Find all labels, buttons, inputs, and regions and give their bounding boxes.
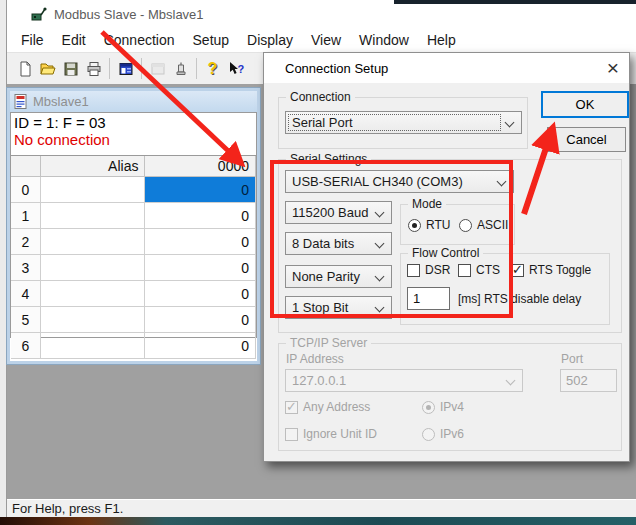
- alias-cell[interactable]: [41, 281, 146, 307]
- row-header[interactable]: 5: [11, 307, 41, 333]
- table-row: 6 0: [11, 333, 256, 359]
- document-icon: [14, 94, 28, 109]
- alias-cell[interactable]: [41, 333, 146, 359]
- app-icon: [31, 6, 47, 22]
- open-icon[interactable]: [36, 57, 59, 80]
- menu-help[interactable]: Help: [418, 30, 465, 50]
- value-cell[interactable]: 0: [145, 307, 256, 333]
- flow-control-label: Flow Control: [408, 246, 483, 260]
- dialog-title-bar: Connection Setup ×: [264, 53, 629, 83]
- status-text: For Help, press F1.: [12, 501, 123, 516]
- row-header[interactable]: 2: [11, 229, 41, 255]
- baud-value: 115200 Baud: [292, 205, 368, 220]
- row-header[interactable]: 0: [11, 177, 41, 203]
- grid-corner-header[interactable]: [11, 156, 41, 177]
- grid-header-row: Alias 0000: [11, 156, 256, 177]
- ip-address-value: 127.0.0.1: [292, 373, 346, 388]
- cancel-button[interactable]: Cancel: [547, 127, 626, 152]
- row-header[interactable]: 1: [11, 203, 41, 229]
- rts-delay-label: [ms] RTS disable delay: [458, 292, 581, 306]
- ok-button[interactable]: OK: [541, 91, 629, 118]
- cts-label: CTS: [476, 263, 500, 277]
- value-cell-selected[interactable]: 0: [145, 177, 256, 203]
- radio-icon: [459, 219, 472, 232]
- background-window-edge: [394, 0, 636, 4]
- checkbox-icon: [458, 264, 471, 277]
- menu-setup[interactable]: Setup: [184, 30, 239, 50]
- baud-rate-select[interactable]: 115200 Baud: [285, 201, 392, 224]
- background-window-strip: [0, 0, 7, 517]
- alias-cell[interactable]: [41, 307, 146, 333]
- menu-connection[interactable]: Connection: [95, 30, 184, 50]
- connection-group: Connection Serial Port: [278, 97, 528, 149]
- serial-port-select[interactable]: USB-SERIAL CH340 (COM3): [285, 170, 514, 193]
- status-bar: For Help, press F1.: [7, 499, 636, 517]
- mode-group: Mode RTU ASCII: [400, 204, 515, 245]
- rts-toggle-checkbox[interactable]: RTS Toggle: [511, 263, 591, 277]
- print-icon[interactable]: [82, 57, 105, 80]
- menu-display[interactable]: Display: [238, 30, 302, 50]
- connection-group-label: Connection: [286, 90, 355, 104]
- row-header[interactable]: 3: [11, 255, 41, 281]
- table-row: 5 0: [11, 307, 256, 333]
- row-header[interactable]: 4: [11, 281, 41, 307]
- display-setup-icon[interactable]: [114, 57, 137, 80]
- value-cell[interactable]: 0: [145, 229, 256, 255]
- new-icon[interactable]: [13, 57, 36, 80]
- value-cell[interactable]: 0: [145, 255, 256, 281]
- window-title: Modbus Slave - Mbslave1: [54, 7, 204, 22]
- row-header[interactable]: 6: [11, 333, 41, 359]
- serial-settings-group: Serial Settings USB-SERIAL CH340 (COM3) …: [278, 159, 622, 333]
- value-cell[interactable]: 0: [145, 203, 256, 229]
- rts-toggle-label: RTS Toggle: [529, 263, 591, 277]
- save-icon[interactable]: [59, 57, 82, 80]
- table-row: 0 0: [11, 177, 256, 203]
- menu-edit[interactable]: Edit: [53, 30, 95, 50]
- display-grayed-icon: [146, 57, 169, 80]
- toolbar-separator: [196, 58, 197, 79]
- menu-view[interactable]: View: [302, 30, 350, 50]
- data-bits-select[interactable]: 8 Data bits: [285, 232, 392, 255]
- desktop-wallpaper-strip: [0, 517, 636, 525]
- register-grid: Alias 0000 0 0 1 0 2 0 3 0: [11, 155, 256, 359]
- rts-delay-input[interactable]: 1: [407, 287, 450, 310]
- ascii-label: ASCII: [477, 218, 508, 232]
- close-icon[interactable]: ×: [607, 55, 619, 81]
- menu-file[interactable]: File: [12, 30, 53, 50]
- context-help-icon[interactable]: ?: [224, 57, 247, 80]
- ascii-radio[interactable]: ASCII: [459, 218, 508, 232]
- doc-title-bar[interactable]: Mbslave1: [10, 91, 257, 112]
- alias-cell[interactable]: [41, 177, 146, 203]
- grid-alias-header[interactable]: Alias: [41, 156, 146, 177]
- table-row: 4 0: [11, 281, 256, 307]
- connection-type-select[interactable]: Serial Port: [285, 111, 522, 134]
- menu-bar: File Edit Connection Setup Display View …: [7, 28, 636, 52]
- radio-icon: [422, 428, 435, 441]
- alias-cell[interactable]: [41, 229, 146, 255]
- cts-checkbox[interactable]: CTS: [458, 263, 500, 277]
- menu-window[interactable]: Window: [350, 30, 418, 50]
- stop-bits-select[interactable]: 1 Stop Bit: [285, 296, 392, 319]
- mbslave1-document-window: Mbslave1 ID = 1: F = 03 No connection Al…: [7, 88, 260, 364]
- parity-select[interactable]: None Parity: [285, 265, 392, 288]
- value-cell[interactable]: 0: [145, 333, 256, 359]
- alias-cell[interactable]: [41, 255, 146, 281]
- title-bar: Modbus Slave - Mbslave1: [7, 0, 636, 28]
- ignore-unit-id-checkbox: Ignore Unit ID: [285, 427, 377, 441]
- stop-bits-value: 1 Stop Bit: [292, 300, 348, 315]
- checkbox-icon: [511, 264, 524, 277]
- rtu-radio[interactable]: RTU: [408, 218, 450, 232]
- serial-settings-label: Serial Settings: [286, 152, 371, 166]
- value-cell[interactable]: 0: [145, 281, 256, 307]
- no-connection-text: No connection: [11, 131, 256, 150]
- parity-value: None Parity: [292, 269, 360, 284]
- connection-type-value: Serial Port: [292, 115, 353, 130]
- dsr-checkbox[interactable]: DSR: [407, 263, 450, 277]
- any-address-checkbox: Any Address: [285, 400, 370, 414]
- flow-control-group: Flow Control DSR CTS RTS Toggle 1 [ms] R…: [400, 253, 610, 325]
- grid-address-header[interactable]: 0000: [145, 156, 256, 177]
- alias-cell[interactable]: [41, 203, 146, 229]
- help-icon[interactable]: ?: [201, 57, 224, 80]
- connect-icon[interactable]: [169, 57, 192, 80]
- mode-label: Mode: [408, 197, 446, 211]
